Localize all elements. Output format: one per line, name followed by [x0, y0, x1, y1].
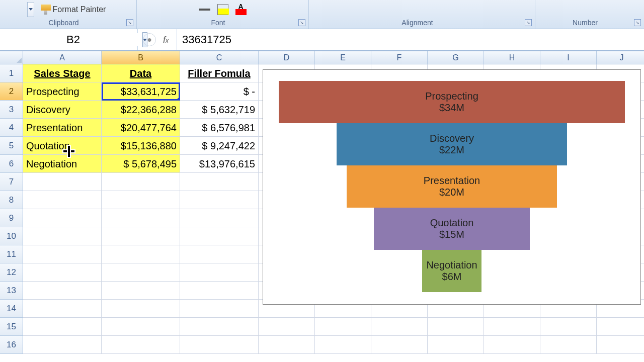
cell-E15[interactable] [315, 318, 371, 336]
cell-B1[interactable]: Data [102, 64, 180, 82]
funnel-segment-prospecting[interactable]: Prospecting$34M [279, 81, 625, 123]
cell-A11[interactable] [23, 245, 102, 263]
cell-area[interactable]: Sales StageDataFiller FomulaProspecting$… [23, 64, 644, 362]
cell-C3[interactable]: $ 5,632,719 [180, 101, 259, 119]
funnel-segment-discovery[interactable]: Discovery$22M [337, 123, 567, 165]
cell-I16[interactable] [540, 336, 597, 354]
column-header-I[interactable]: I [540, 51, 597, 64]
cell-C13[interactable] [180, 282, 259, 300]
cell-J16[interactable] [597, 336, 644, 354]
cell-B7[interactable] [102, 173, 180, 191]
row-header-10[interactable]: 10 [0, 227, 23, 245]
column-header-A[interactable]: A [23, 51, 102, 64]
cell-C6[interactable]: $13,976,615 [180, 155, 259, 173]
cell-H16[interactable] [484, 336, 540, 354]
cell-A15[interactable] [23, 318, 102, 336]
cell-A12[interactable] [23, 263, 102, 282]
row-header-11[interactable]: 11 [0, 245, 23, 263]
cell-B13[interactable] [102, 282, 180, 300]
cell-A6[interactable]: Negotiation [23, 155, 102, 173]
cell-A4[interactable]: Presentation [23, 119, 102, 137]
cell-F15[interactable] [371, 318, 428, 336]
cell-A10[interactable] [23, 227, 102, 245]
cell-A3[interactable]: Discovery [23, 101, 102, 119]
cell-C7[interactable] [180, 173, 259, 191]
cell-B12[interactable] [102, 263, 180, 282]
cell-D15[interactable] [259, 318, 315, 336]
cell-A5[interactable]: Quotation [23, 137, 102, 155]
cell-A14[interactable] [23, 300, 102, 318]
cell-D16[interactable] [259, 336, 315, 354]
cell-C1[interactable]: Filler Fomula [180, 64, 259, 82]
cancel-formula-button[interactable]: ● [143, 33, 156, 46]
formula-input[interactable]: 33631725 [177, 29, 644, 50]
cell-G16[interactable] [428, 336, 484, 354]
row-header-1[interactable]: 1 [0, 64, 23, 82]
select-all-corner[interactable] [0, 51, 23, 64]
row-header-16[interactable]: 16 [0, 336, 23, 354]
cell-A16[interactable] [23, 336, 102, 354]
row-header-13[interactable]: 13 [0, 282, 23, 300]
row-header-5[interactable]: 5 [0, 137, 23, 155]
cell-C10[interactable] [180, 227, 259, 245]
cell-A9[interactable] [23, 209, 102, 227]
cell-A8[interactable] [23, 191, 102, 209]
cell-B11[interactable] [102, 245, 180, 263]
cell-B16[interactable] [102, 336, 180, 354]
column-header-E[interactable]: E [315, 51, 371, 64]
column-header-F[interactable]: F [371, 51, 428, 64]
row-header-3[interactable]: 3 [0, 101, 23, 119]
cell-A1[interactable]: Sales Stage [23, 64, 102, 82]
funnel-segment-quotation[interactable]: Quotation$15M [374, 208, 530, 250]
cell-I15[interactable] [540, 318, 597, 336]
column-header-B[interactable]: B [102, 51, 180, 64]
row-header-2[interactable]: 2 [0, 82, 23, 101]
funnel-segment-negotiation[interactable]: Negotiation$6M [422, 250, 481, 292]
cell-G15[interactable] [428, 318, 484, 336]
cell-E16[interactable] [315, 336, 371, 354]
cell-B5[interactable]: $15,136,880 [102, 137, 180, 155]
cell-B9[interactable] [102, 209, 180, 227]
cell-B14[interactable] [102, 300, 180, 318]
cell-C11[interactable] [180, 245, 259, 263]
font-color-button[interactable]: A [235, 4, 247, 15]
cell-A7[interactable] [23, 173, 102, 191]
funnel-segment-presentation[interactable]: Presentation$20M [347, 165, 557, 208]
row-header-7[interactable]: 7 [0, 173, 23, 191]
cell-C16[interactable] [180, 336, 259, 354]
cell-B8[interactable] [102, 191, 180, 209]
cell-B6[interactable]: $ 5,678,495 [102, 155, 180, 173]
column-header-H[interactable]: H [484, 51, 540, 64]
cell-J15[interactable] [597, 318, 644, 336]
cell-B15[interactable] [102, 318, 180, 336]
cell-B10[interactable] [102, 227, 180, 245]
cell-C8[interactable] [180, 191, 259, 209]
cell-B2[interactable]: $33,631,725 [102, 82, 180, 101]
fill-color-button[interactable] [218, 9, 229, 15]
cell-C2[interactable]: $ - [180, 82, 259, 101]
cell-C15[interactable] [180, 318, 259, 336]
cell-H15[interactable] [484, 318, 540, 336]
column-headers[interactable]: ABCDEFGHIJ [23, 51, 644, 64]
column-header-J[interactable]: J [597, 51, 644, 64]
row-headers[interactable]: 12345678910111213141516 [0, 64, 23, 362]
row-header-15[interactable]: 15 [0, 318, 23, 336]
cell-A2[interactable]: Prospecting [23, 82, 102, 101]
row-header-8[interactable]: 8 [0, 191, 23, 209]
format-painter-button[interactable]: Format Painter [37, 3, 110, 16]
funnel-chart[interactable]: Prospecting$34MDiscovery$22MPresentation… [263, 69, 641, 305]
column-header-D[interactable]: D [259, 51, 315, 64]
row-header-4[interactable]: 4 [0, 119, 23, 137]
cell-C5[interactable]: $ 9,247,422 [180, 137, 259, 155]
clipboard-dialog-launcher[interactable]: ↘ [126, 19, 133, 26]
row-header-6[interactable]: 6 [0, 155, 23, 173]
paste-dropdown[interactable] [27, 2, 34, 17]
cell-C12[interactable] [180, 263, 259, 282]
cell-B3[interactable]: $22,366,288 [102, 101, 180, 119]
number-dialog-launcher[interactable]: ↘ [634, 19, 641, 26]
row-header-12[interactable]: 12 [0, 263, 23, 282]
font-dialog-launcher[interactable]: ↘ [298, 19, 305, 26]
name-box-input[interactable] [4, 33, 142, 46]
border-button[interactable] [199, 9, 210, 11]
cell-C4[interactable]: $ 6,576,981 [180, 119, 259, 137]
